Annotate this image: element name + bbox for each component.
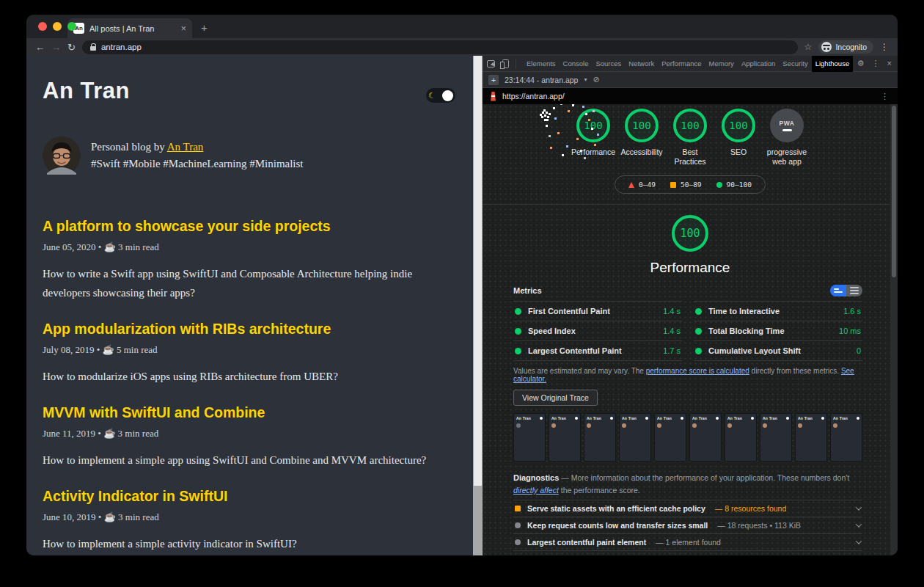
post-item: MVVM with SwiftUI and Combine June 11, 2… xyxy=(43,404,454,470)
address-bar[interactable]: antran.app xyxy=(82,40,798,54)
legend-fail: 0–49 xyxy=(628,181,656,189)
pwa-dash-icon xyxy=(782,129,792,131)
tab-elements[interactable]: Elements xyxy=(523,56,560,72)
good-circle-icon xyxy=(515,328,521,335)
site-title: An Tran xyxy=(43,78,454,104)
diagnostic-title: Avoid long main-thread tasks xyxy=(527,555,635,555)
directly-affect-link[interactable]: directly affect xyxy=(513,486,559,495)
score-calc-link[interactable]: performance score is calculated xyxy=(646,367,749,375)
view-trace-button[interactable]: View Original Trace xyxy=(513,390,598,406)
filmstrip-thumbnail: An Tran xyxy=(549,413,581,462)
report-menu-icon[interactable]: ⋮ xyxy=(879,92,890,101)
accessibility-label: Accessibility xyxy=(617,147,666,157)
tab-close-icon[interactable]: × xyxy=(180,23,186,33)
tab-lighthouse[interactable]: Lighthouse xyxy=(812,56,853,72)
metrics-view-toggle xyxy=(830,285,862,296)
back-icon[interactable]: ← xyxy=(35,43,45,52)
lighthouse-report: 100 Performance 100 Accessibility xyxy=(483,104,898,555)
metric-value: 1.6 s xyxy=(843,307,861,316)
author-bio: Personal blog by An Tran #Swift #Mobile … xyxy=(43,136,454,175)
new-report-button[interactable]: + xyxy=(488,75,499,85)
score-accessibility[interactable]: 100 Accessibility xyxy=(617,109,666,167)
pwa-badge-text: PWA xyxy=(780,120,795,127)
device-toolbar-icon[interactable] xyxy=(502,59,509,68)
warning-square-icon xyxy=(515,506,521,511)
report-session[interactable]: 23:14:44 - antran.app xyxy=(505,76,578,84)
performance-score: 100 xyxy=(584,120,602,131)
browser-toolbar: ← → ↻ antran.app ☆ Incognito ⋮ xyxy=(26,38,898,56)
chevron-down-icon[interactable] xyxy=(856,522,862,528)
page-scrollbar-thumb[interactable] xyxy=(474,56,482,486)
mini-avatar xyxy=(692,423,697,428)
accessibility-score: 100 xyxy=(632,120,650,131)
tab-network[interactable]: Network xyxy=(625,56,658,72)
clear-reports-icon[interactable]: ⊘ xyxy=(593,75,599,84)
diagnostic-title: Largest contentful paint element xyxy=(527,538,646,547)
relevant-audits-toggle[interactable] xyxy=(830,285,846,296)
browser-window: An All posts | An Tran × + ← → ↻ antran.… xyxy=(26,15,898,555)
tab-security[interactable]: Security xyxy=(779,56,811,72)
browser-tab[interactable]: An All posts | An Tran × xyxy=(67,18,192,38)
metric-row: Largest Contentful Paint 1.7 s xyxy=(513,341,682,361)
browser-menu-icon[interactable]: ⋮ xyxy=(880,42,889,52)
incognito-badge: Incognito xyxy=(818,40,873,54)
new-tab-button[interactable]: + xyxy=(201,21,208,34)
toolbar-divider xyxy=(516,59,516,69)
post-title-link[interactable]: MVVM with SwiftUI and Combine xyxy=(43,404,454,421)
tab-application[interactable]: Application xyxy=(738,56,779,72)
tab-sources[interactable]: Sources xyxy=(592,56,625,72)
devtools-menu-icon[interactable]: ⋮ xyxy=(870,59,881,68)
zoom-window-button[interactable] xyxy=(67,22,76,31)
close-window-button[interactable] xyxy=(38,22,47,31)
bio-text: Personal blog by An Tran #Swift #Mobile … xyxy=(91,139,304,173)
good-circle-icon xyxy=(515,348,521,354)
metric-row: Time to Interactive 1.6 s xyxy=(694,301,862,321)
legend-good-range: 90–100 xyxy=(727,181,752,189)
metrics-footnote: Values are estimated and may vary. The p… xyxy=(513,367,862,383)
report-scrollbar[interactable] xyxy=(890,104,898,555)
category-title: Performance xyxy=(483,260,898,276)
devtools-close-icon[interactable]: × xyxy=(886,59,893,68)
post-excerpt: How to modularize iOS apps using RIBs ar… xyxy=(43,367,439,386)
post-title-link[interactable]: Activity Indicator in SwiftUI xyxy=(43,487,454,505)
report-url: https://antran.app/ xyxy=(502,92,565,101)
legend-average-range: 50–89 xyxy=(681,181,702,189)
settings-gear-icon[interactable]: ⚙ xyxy=(856,59,866,68)
reload-icon[interactable]: ↻ xyxy=(67,43,76,52)
post-excerpt: How to implement a simple activity indic… xyxy=(43,534,439,553)
post-title-link[interactable]: A platform to showcase your side project… xyxy=(43,217,454,235)
mini-avatar xyxy=(833,423,837,428)
mini-avatar xyxy=(763,423,767,428)
category-score: 100 xyxy=(680,227,700,240)
score-best-practices[interactable]: 100 Best Practices xyxy=(666,109,714,167)
info-circle-icon xyxy=(515,539,521,545)
session-dropdown-icon[interactable]: ▾ xyxy=(584,76,587,83)
post-excerpt: How to write a Swift app using SwiftUI a… xyxy=(43,264,439,302)
diagnostic-row[interactable]: Serve static assets with an efficient ca… xyxy=(513,500,862,517)
good-circle-icon xyxy=(695,328,702,335)
report-scrollbar-thumb[interactable] xyxy=(892,106,896,277)
diagnostic-row[interactable]: Largest contentful paint element — 1 ele… xyxy=(513,533,862,550)
theme-toggle[interactable]: ☾ xyxy=(426,88,455,103)
all-audits-toggle[interactable] xyxy=(846,285,862,296)
bookmark-star-icon[interactable]: ☆ xyxy=(804,42,813,52)
tab-memory[interactable]: Memory xyxy=(705,56,738,72)
minimize-window-button[interactable] xyxy=(53,22,62,31)
tab-title: All posts | An Tran xyxy=(89,24,175,33)
post-title-link[interactable]: App modularization with RIBs architectur… xyxy=(43,320,454,338)
chevron-down-icon[interactable] xyxy=(856,539,862,544)
legend-average: 50–89 xyxy=(670,181,702,189)
forward-icon[interactable]: → xyxy=(51,43,61,52)
devtools-toolbar: Elements Console Sources Network Perform… xyxy=(483,56,898,72)
diagnostic-row[interactable]: Keep request counts low and transfer siz… xyxy=(513,517,862,533)
score-pwa[interactable]: PWA progressive web app xyxy=(763,109,811,167)
score-seo[interactable]: 100 SEO xyxy=(714,109,763,167)
author-link[interactable]: An Tran xyxy=(167,141,204,153)
page-scrollbar[interactable] xyxy=(473,56,483,555)
inspect-element-icon[interactable] xyxy=(487,60,495,68)
score-performance[interactable]: 100 Performance xyxy=(569,109,617,167)
diagnostic-row[interactable]: Avoid long main-thread tasks — 1 long ta… xyxy=(513,550,862,555)
tab-performance[interactable]: Performance xyxy=(658,56,705,72)
tab-console[interactable]: Console xyxy=(560,56,593,72)
chevron-down-icon[interactable] xyxy=(856,505,862,511)
